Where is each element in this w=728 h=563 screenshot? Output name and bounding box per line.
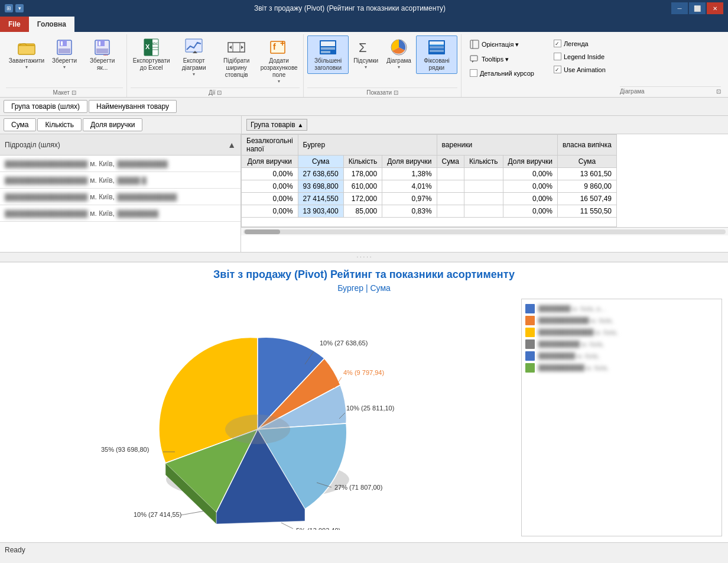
- group-dropdown-label: Група товарів: [251, 121, 295, 129]
- td-r2-burger-suma: 93 698,800: [298, 180, 343, 193]
- legend-check-icon: [554, 40, 561, 47]
- col-group-burger: Бургер: [298, 135, 437, 156]
- h-scrollbar-thumb[interactable]: [245, 229, 280, 234]
- tooltips-button[interactable]: Tooltips ▾: [466, 53, 543, 66]
- svg-rect-3: [60, 40, 67, 46]
- chart-export-icon: [184, 38, 203, 57]
- measure-tab-1[interactable]: Кількість: [37, 118, 82, 131]
- restore-button[interactable]: ⬜: [689, 2, 706, 14]
- orientation-label: Орієнтація ▾: [482, 41, 519, 48]
- use-animation-check-icon: [554, 66, 561, 73]
- ribbon-group-chart-label: Діаграма: [620, 88, 645, 95]
- menu-icon[interactable]: ▾: [15, 4, 24, 12]
- td-r1-var-suma: [437, 168, 464, 180]
- legend-checkbox[interactable]: Легенда: [550, 38, 620, 49]
- window-title: Звіт з продажу (Pivot) (Рейтинг та показ…: [28, 4, 671, 12]
- measure-tabs: Сума Кількість Доля виручки: [0, 116, 241, 134]
- orientation-button[interactable]: Орієнтація ▾: [466, 38, 543, 51]
- chart-pie-area: 10% (27 638,65) 4% (9 797,94) 10% (25 81…: [6, 299, 521, 536]
- th-vip-suma: Сума: [557, 156, 616, 168]
- chart-body: 10% (27 638,65) 4% (9 797,94) 10% (25 81…: [6, 299, 722, 536]
- fit-columns-button[interactable]: Підібрати ширину стовпців: [216, 35, 257, 81]
- svg-rect-34: [430, 50, 444, 52]
- orientation-icon: [470, 40, 479, 49]
- td-r1-burger-dolya: 1,38%: [382, 168, 437, 180]
- th-var-dolya: Доля виручки: [503, 156, 557, 168]
- use-animation-checkbox[interactable]: Use Animation: [550, 64, 620, 75]
- th-burger-dolya: Доля виручки: [382, 156, 437, 168]
- sort-arrow[interactable]: ▲: [228, 140, 236, 150]
- export-charts-button[interactable]: Експорт діаграми ▾: [173, 35, 214, 79]
- resize-icon: [227, 38, 246, 57]
- legend-text-3: █████████ м. Київ,: [538, 341, 604, 348]
- legend-inside-checkbox[interactable]: Legend Inside: [550, 51, 620, 62]
- save-as-icon: ...: [93, 38, 112, 57]
- measure-tab-2[interactable]: Доля виручки: [83, 118, 142, 131]
- table-row: 0,00% 27 414,550 172,000 0,97% 0,00% 16 …: [242, 193, 617, 205]
- save-label: Зберегти: [52, 57, 77, 64]
- svg-text:...: ...: [103, 51, 108, 57]
- svg-text:abc: abc: [151, 41, 158, 46]
- group-dropdown[interactable]: Група товарів ▲: [246, 119, 307, 131]
- svg-rect-8: [99, 41, 100, 46]
- add-calc-label: Додати розрахункове поле: [261, 57, 298, 79]
- svg-rect-4: [61, 41, 63, 46]
- td-r1-vip-suma: 13 601,50: [557, 168, 616, 180]
- measure-tab-0[interactable]: Сума: [4, 118, 36, 131]
- td-r4-var-kil: [464, 205, 503, 218]
- add-field-icon: f+: [269, 38, 288, 57]
- filter-tab-1[interactable]: Найменування товару: [89, 100, 177, 113]
- col-group-vareniki: вареники: [437, 135, 557, 156]
- minimize-button[interactable]: ─: [671, 2, 688, 14]
- tooltips-label: Tooltips ▾: [482, 56, 509, 63]
- chart-button[interactable]: Діаграма ▾: [383, 35, 415, 72]
- legend-text-4: ████████ м. Київ,: [538, 352, 600, 360]
- legend-color-0: [525, 304, 535, 313]
- td-r4-vip-suma: 11 550,50: [557, 205, 616, 218]
- fit-columns-label: Підібрати ширину стовпців: [219, 57, 254, 79]
- td-r3-var-kil: [464, 193, 503, 205]
- legend-item-4: ████████ м. Київ,: [525, 350, 718, 362]
- pie-label-2: 4% (9 797,94): [343, 369, 384, 376]
- legend-item-5: ██████████ м. Київ,: [525, 362, 718, 374]
- tab-file[interactable]: File: [0, 17, 29, 32]
- td-r4-bezalc-dolya: 0,00%: [242, 205, 298, 218]
- ribbon-group-actions-items: Xabc Експортувати до Excel Експорт діагр…: [131, 35, 300, 86]
- svg-text:+: +: [280, 38, 285, 48]
- save-as-label: Зберегти як...: [85, 57, 119, 72]
- scroll-divider: · · · · ·: [0, 253, 728, 261]
- td-r1-burger-kil: 178,000: [343, 168, 382, 180]
- detail-cursor-label: Детальний курсор: [480, 70, 534, 77]
- big-headers-icon: [318, 38, 337, 57]
- detail-cursor-checkbox[interactable]: Детальний курсор: [466, 67, 543, 79]
- td-r4-burger-dolya: 0,83%: [382, 205, 437, 218]
- td-r3-var-suma: [437, 193, 464, 205]
- svg-rect-5: [58, 48, 70, 53]
- filter-tabs: Група товарів (шлях) Найменування товару: [0, 98, 728, 116]
- freeze-button[interactable]: Фіксовані рядки: [416, 35, 457, 74]
- chart-section: Звіт з продажу (Pivot) Рейтинг та показн…: [0, 261, 728, 542]
- pie-icon: [389, 38, 408, 57]
- big-headers-button[interactable]: Збільшені заголовки: [307, 35, 349, 74]
- window-controls: ─ ⬜ ✕: [671, 2, 723, 14]
- td-r2-var-kil: [464, 180, 503, 193]
- td-r3-var-dolya: 0,00%: [503, 193, 557, 205]
- td-r1-var-kil: [464, 168, 503, 180]
- save-as-button[interactable]: ... Зберегти як...: [82, 35, 123, 74]
- row-3: ██████████████████ м. Київ, ████████████…: [0, 189, 240, 205]
- ribbon-group-layout-label: Макет ⊡: [6, 88, 123, 97]
- tab-home[interactable]: Головна: [29, 17, 74, 32]
- legend-color-1: [525, 316, 535, 325]
- ribbon-group-layout-items: Завантажити ▾ Зберегти ▾ ... Зберегти як…: [6, 35, 123, 86]
- export-charts-label: Експорт діаграми: [177, 57, 211, 72]
- close-button[interactable]: ✕: [707, 2, 723, 14]
- add-calc-button[interactable]: f+ Додати розрахункове поле ▾: [258, 35, 300, 86]
- totals-button[interactable]: Σ Підсумки ▾: [350, 35, 382, 72]
- legend-item-1: ███████████ м. Київ,: [525, 315, 718, 326]
- save-button[interactable]: Зберегти ▾: [48, 35, 80, 72]
- export-excel-button[interactable]: Xabc Експортувати до Excel: [131, 35, 172, 74]
- td-r4-var-suma: [437, 205, 464, 218]
- chart-title: Звіт з продажу (Pivot) Рейтинг та показн…: [6, 268, 722, 281]
- filter-tab-0[interactable]: Група товарів (шлях): [4, 100, 87, 113]
- load-button[interactable]: Завантажити ▾: [6, 35, 47, 72]
